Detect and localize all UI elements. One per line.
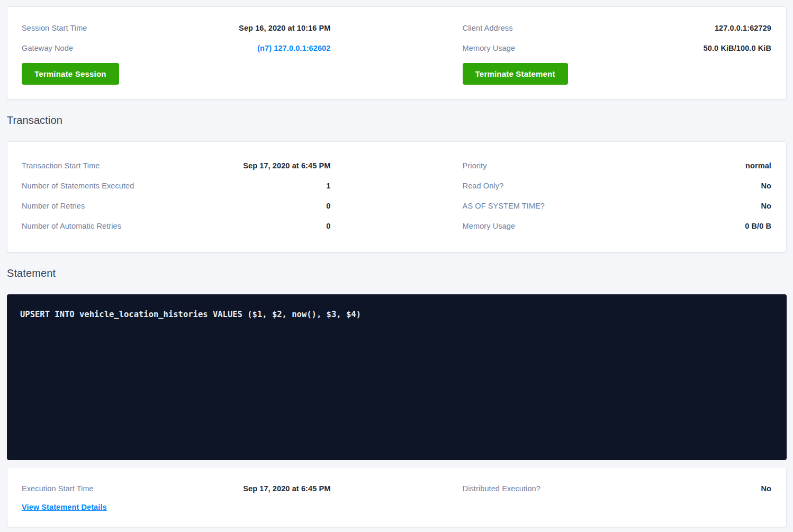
session-left-column: Session Start Time Sep 16, 2020 at 10:16… bbox=[22, 18, 330, 85]
statements-executed-label: Number of Statements Executed bbox=[22, 182, 134, 190]
gateway-node-label: Gateway Node bbox=[22, 44, 73, 52]
view-statement-details-link[interactable]: View Statement Details bbox=[22, 503, 107, 511]
statement-section-heading: Statement bbox=[7, 266, 787, 281]
transaction-section-heading: Transaction bbox=[7, 113, 787, 128]
automatic-retries-label: Number of Automatic Retries bbox=[22, 222, 121, 230]
session-start-time-value: Sep 16, 2020 at 10:16 PM bbox=[239, 24, 330, 32]
automatic-retries-row: Number of Automatic Retries 0 bbox=[22, 216, 330, 236]
session-details-page: Session Start Time Sep 16, 2020 at 10:16… bbox=[0, 0, 793, 532]
terminate-statement-button[interactable]: Terminate Statement bbox=[463, 63, 568, 85]
client-address-value: 127.0.0.1:62729 bbox=[715, 24, 771, 32]
statement-sql-box: UPSERT INTO vehicle_location_histories V… bbox=[7, 294, 787, 460]
session-memory-usage-row: Memory Usage 50.0 KiB/100.0 KiB bbox=[463, 38, 771, 58]
read-only-value: No bbox=[761, 182, 771, 190]
distributed-execution-row: Distributed Execution? No bbox=[463, 479, 771, 499]
session-start-time-row: Session Start Time Sep 16, 2020 at 10:16… bbox=[22, 18, 330, 38]
statement-sql-text: UPSERT INTO vehicle_location_histories V… bbox=[20, 309, 773, 320]
statements-executed-value: 1 bbox=[326, 182, 330, 190]
session-memory-usage-label: Memory Usage bbox=[463, 44, 516, 52]
transaction-left-column: Transaction Start Time Sep 17, 2020 at 6… bbox=[22, 156, 330, 236]
priority-label: Priority bbox=[463, 161, 487, 170]
transaction-start-time-row: Transaction Start Time Sep 17, 2020 at 6… bbox=[22, 156, 330, 176]
distributed-execution-value: No bbox=[761, 484, 771, 493]
execution-details-card: Execution Start Time Sep 17, 2020 at 6:4… bbox=[7, 467, 787, 527]
client-address-row: Client Address 127.0.0.1:62729 bbox=[463, 18, 771, 38]
number-of-retries-row: Number of Retries 0 bbox=[22, 196, 330, 216]
automatic-retries-value: 0 bbox=[326, 222, 330, 230]
as-of-system-time-value: No bbox=[761, 202, 771, 210]
transaction-memory-usage-label: Memory Usage bbox=[463, 222, 516, 230]
execution-left-column: Execution Start Time Sep 17, 2020 at 6:4… bbox=[22, 479, 330, 512]
session-start-time-label: Session Start Time bbox=[22, 24, 87, 32]
gateway-node-link[interactable]: (n7) 127.0.0.1:62602 bbox=[257, 44, 330, 52]
as-of-system-time-row: AS OF SYSTEM TIME? No bbox=[463, 196, 771, 216]
number-of-retries-label: Number of Retries bbox=[22, 202, 85, 210]
number-of-retries-value: 0 bbox=[326, 202, 330, 210]
client-address-label: Client Address bbox=[463, 24, 513, 32]
gateway-node-row: Gateway Node (n7) 127.0.0.1:62602 bbox=[22, 38, 330, 58]
transaction-summary-card: Transaction Start Time Sep 17, 2020 at 6… bbox=[7, 141, 787, 253]
session-summary-card: Session Start Time Sep 16, 2020 at 10:16… bbox=[7, 6, 787, 100]
as-of-system-time-label: AS OF SYSTEM TIME? bbox=[463, 202, 545, 210]
statements-executed-row: Number of Statements Executed 1 bbox=[22, 176, 330, 196]
execution-start-time-row: Execution Start Time Sep 17, 2020 at 6:4… bbox=[22, 479, 330, 499]
transaction-memory-usage-row: Memory Usage 0 B/0 B bbox=[463, 216, 771, 236]
session-right-column: Client Address 127.0.0.1:62729 Memory Us… bbox=[463, 18, 771, 85]
read-only-row: Read Only? No bbox=[463, 176, 771, 196]
transaction-right-column: Priority normal Read Only? No AS OF SYST… bbox=[463, 156, 771, 236]
execution-right-column: Distributed Execution? No bbox=[463, 479, 771, 512]
transaction-memory-usage-value: 0 B/0 B bbox=[745, 222, 771, 230]
distributed-execution-label: Distributed Execution? bbox=[463, 484, 540, 493]
read-only-label: Read Only? bbox=[463, 182, 504, 190]
terminate-session-button[interactable]: Terminate Session bbox=[22, 63, 119, 85]
transaction-start-time-label: Transaction Start Time bbox=[22, 161, 100, 170]
priority-value: normal bbox=[745, 161, 771, 170]
transaction-start-time-value: Sep 17, 2020 at 6:45 PM bbox=[243, 161, 330, 170]
execution-start-time-value: Sep 17, 2020 at 6:45 PM bbox=[243, 484, 330, 493]
priority-row: Priority normal bbox=[463, 156, 771, 176]
session-memory-usage-value: 50.0 KiB/100.0 KiB bbox=[704, 44, 771, 52]
execution-start-time-label: Execution Start Time bbox=[22, 484, 94, 493]
